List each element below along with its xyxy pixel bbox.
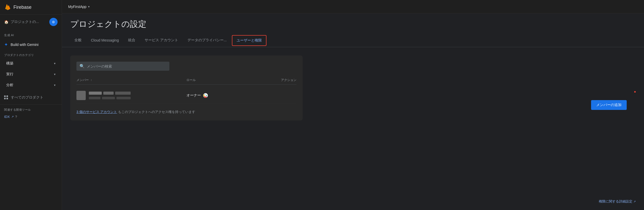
project-name-text: MyFirstApp [68, 5, 87, 9]
project-selector[interactable]: MyFirstApp ▾ [68, 5, 90, 9]
tab-integration[interactable]: 統合 [124, 35, 139, 46]
external-link-icon: ↗ [633, 200, 636, 203]
gear-icon: ⚙ [52, 20, 55, 24]
project-row: 🏠 プロジェクトの... ⚙ [0, 16, 62, 28]
avatar [76, 91, 86, 100]
avatar-group [76, 91, 86, 100]
sidebar-item-build[interactable]: 構築 ▾ [2, 59, 60, 68]
member-email-blur-2 [102, 97, 115, 99]
service-accounts-info: 3 個のサービス アカウント もこのプロジェクトへのアクセス権を持っています [76, 110, 296, 114]
analytics-chevron-icon: ▾ [54, 83, 56, 87]
member-details [89, 92, 131, 99]
permissions-link[interactable]: 権限に関する詳細設定 ↗ [599, 199, 636, 204]
sort-arrow-icon: ↑ [91, 79, 92, 82]
firebase-icon [4, 4, 11, 11]
project-home-label: プロジェクトの... [11, 20, 39, 24]
sidebar: Firebase 🏠 プロジェクトの... ⚙ 生成 AI ✦ Build wi… [0, 0, 62, 210]
gemini-nav-item[interactable]: ✦ Build with Gemini [0, 39, 62, 50]
sidebar-item-analytics[interactable]: 分析 ▾ [2, 80, 60, 90]
member-role: オーナー [186, 93, 241, 98]
member-name-blur-3 [115, 92, 131, 95]
project-settings-button[interactable]: ⚙ [49, 18, 58, 26]
permissions-link-text: 権限に関する詳細設定 [599, 199, 632, 204]
idx-link[interactable]: IDX ↗ ? [0, 113, 62, 121]
search-bar[interactable]: 🔍 [76, 62, 169, 71]
external-link-icon: ↗ [11, 115, 14, 118]
add-member-highlight-border: メンバーの追加 [634, 91, 636, 93]
table-row: オーナー [76, 88, 296, 103]
sidebar-item-run[interactable]: 実行 ▾ [2, 69, 60, 79]
col-header-action: アクション [241, 78, 296, 82]
ai-section-label: 生成 AI [0, 31, 62, 39]
member-email-blur [89, 97, 100, 99]
all-products-label: すべてのプロダクト [11, 95, 43, 100]
col-header-member: メンバー ↑ [76, 78, 186, 82]
search-icon: 🔍 [80, 64, 85, 69]
home-nav-item[interactable]: 🏠 プロジェクトの... [4, 20, 47, 24]
page-header: プロジェクトの設定 [62, 13, 644, 34]
member-email-blur-3 [116, 97, 131, 99]
member-name-blur-2 [103, 92, 114, 95]
page-title: プロジェクトの設定 [70, 19, 636, 30]
tab-cloud-messaging[interactable]: Cloud Messaging [87, 35, 123, 46]
tab-users-permissions[interactable]: ユーザーと権限 [232, 36, 266, 45]
tab-general[interactable]: 全般 [70, 35, 86, 46]
add-member-button[interactable]: メンバーの追加 [591, 100, 627, 110]
all-products-item[interactable]: すべてのプロダクト [0, 93, 62, 102]
home-icon: 🏠 [4, 20, 9, 24]
members-section: 🔍 メンバー ↑ ロール アクション [70, 55, 303, 120]
build-chevron-icon: ▾ [54, 62, 56, 65]
analytics-label: 分析 [6, 83, 13, 87]
top-bar: MyFirstApp ▾ [62, 0, 644, 13]
firebase-logo: Firebase [4, 4, 32, 11]
run-label: 実行 [6, 72, 13, 77]
run-chevron-icon: ▾ [54, 72, 56, 76]
service-accounts-link[interactable]: 3 個のサービス アカウント [76, 110, 117, 114]
search-input[interactable] [87, 64, 166, 68]
idx-label: IDX [4, 115, 10, 119]
idx-question-icon[interactable]: ? [15, 115, 17, 119]
member-name-blur [89, 92, 102, 95]
tab-users-highlight-border: ユーザーと権限 [232, 35, 266, 46]
tab-privacy[interactable]: データのプライバシー... [183, 35, 231, 46]
gemini-star-icon: ✦ [4, 42, 8, 47]
main-content: MyFirstApp ▾ プロジェクトの設定 全般 Cloud Messagin… [62, 0, 644, 210]
grid-icon [4, 95, 8, 100]
table-header: メンバー ↑ ロール アクション [76, 76, 296, 85]
gemini-label: Build with Gemini [11, 43, 38, 47]
sidebar-header: Firebase [0, 0, 62, 15]
tabs-bar: 全般 Cloud Messaging 統合 サービス アカウント データのプライ… [62, 34, 644, 47]
related-tools-label: 関連する開発ツール [0, 104, 62, 113]
content-area: メンバーの追加 🔍 メンバー ↑ ロール アクション [62, 47, 644, 210]
project-dropdown-arrow: ▾ [88, 5, 90, 9]
member-info [76, 91, 186, 100]
build-label: 構築 [6, 61, 13, 66]
service-accounts-suffix: もこのプロジェクトへのアクセス権を持っています [118, 110, 195, 114]
col-header-role: ロール [186, 78, 241, 82]
tab-service-account[interactable]: サービス アカウント [140, 35, 182, 46]
google-icon [203, 93, 208, 98]
firebase-brand-text: Firebase [13, 5, 32, 10]
products-category-label: プロダクトのカテゴリ [0, 50, 62, 58]
role-label: オーナー [186, 93, 201, 98]
